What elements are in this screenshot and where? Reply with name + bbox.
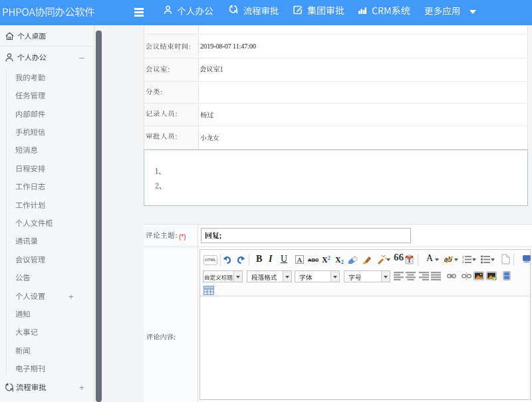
svg-text:1: 1	[462, 255, 464, 259]
svg-text:ab: ab	[444, 256, 452, 263]
svg-text:T: T	[408, 258, 412, 264]
svg-text:2: 2	[462, 260, 464, 264]
